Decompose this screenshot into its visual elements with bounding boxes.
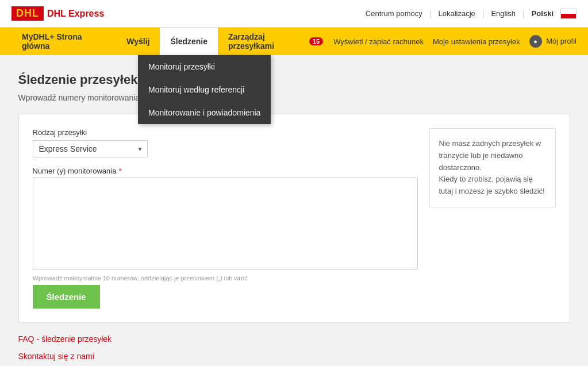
shipment-type-select-wrapper: Express Service DHL Parcel DHL eCommerce… bbox=[33, 140, 148, 157]
tracking-hint: Wprowadź maksymalnie 10 numerów, oddziel… bbox=[33, 275, 418, 282]
track-button[interactable]: Śledzenie bbox=[33, 285, 100, 309]
form-left: Rodzaj przesyłki Express Service DHL Par… bbox=[33, 128, 418, 309]
locations-link[interactable]: Lokalizacje bbox=[438, 9, 475, 18]
tracking-label: Numer (y) monitorowania * bbox=[33, 167, 418, 175]
main-content: Śledzenie przesyłek Wprowadź numery moni… bbox=[7, 72, 582, 366]
tracking-field: Numer (y) monitorowania * Wprowadź maksy… bbox=[33, 167, 418, 309]
nav-manage-badge: 15 bbox=[309, 37, 323, 45]
nav-items: MyDHL+ Strona główna Wyślij Śledzenie Za… bbox=[11, 28, 333, 55]
nav-item-send[interactable]: Wyślij bbox=[116, 28, 160, 55]
top-bar: DHL DHL Express Centrum pomocy | Lokaliz… bbox=[0, 0, 588, 28]
user-icon: ● bbox=[529, 35, 542, 48]
faq-link[interactable]: FAQ - śledzenie przesyłek bbox=[18, 334, 570, 344]
nav-manage-label: Zarządzaj przesyłkami bbox=[228, 32, 306, 51]
dhl-logo-icon: DHL bbox=[11, 6, 44, 21]
tracking-dropdown: Monitoruj przesyłki Monitoruj według ref… bbox=[138, 55, 271, 124]
dropdown-item-monitoring-notifications[interactable]: Monitorowanie i powiadomienia bbox=[138, 101, 271, 124]
footer-links: FAQ - śledzenie przesyłek Skontaktuj się… bbox=[18, 334, 570, 366]
billing-link[interactable]: Wyświetl / zapłać rachunek bbox=[333, 37, 424, 46]
tracking-textarea[interactable] bbox=[33, 178, 418, 269]
english-link[interactable]: English bbox=[491, 9, 516, 18]
nav-right: Wyświetl / zapłać rachunek Moje ustawien… bbox=[333, 35, 577, 48]
form-card: Rodzaj przesyłki Express Service DHL Par… bbox=[18, 114, 570, 323]
contact-link[interactable]: Skontaktuj się z nami bbox=[18, 352, 570, 361]
polish-flag-icon bbox=[560, 9, 577, 19]
dropdown-item-monitor-reference[interactable]: Monitoruj według referencji bbox=[138, 78, 271, 101]
profile-link[interactable]: ● Mój profil bbox=[529, 35, 577, 48]
logo: DHL DHL Express bbox=[11, 6, 104, 21]
tracking-row: Numer (y) monitorowania * Wprowadź maksy… bbox=[33, 167, 418, 309]
polish-link[interactable]: Polski bbox=[532, 9, 554, 18]
info-panel: Nie masz żadnych przesyłek w tranzycie l… bbox=[429, 128, 556, 207]
page-title: Śledzenie przesyłek bbox=[18, 72, 570, 87]
nav-item-tracking[interactable]: Śledzenie bbox=[160, 28, 218, 55]
help-link[interactable]: Centrum pomocy bbox=[366, 9, 422, 18]
dropdown-item-monitor-shipments[interactable]: Monitoruj przesyłki bbox=[138, 55, 271, 78]
shipment-type-select[interactable]: Express Service DHL Parcel DHL eCommerce bbox=[33, 140, 148, 157]
nav-item-mydhl[interactable]: MyDHL+ Strona główna bbox=[11, 28, 116, 55]
profile-label: Mój profil bbox=[546, 37, 577, 45]
nav-bar: MyDHL+ Strona główna Wyślij Śledzenie Za… bbox=[0, 28, 588, 55]
top-bar-right: Centrum pomocy | Lokalizacje | English |… bbox=[366, 9, 577, 19]
nav-item-manage[interactable]: Zarządzaj przesyłkami 15 bbox=[218, 28, 333, 55]
shipment-type-label: Rodzaj przesyłki bbox=[33, 128, 418, 137]
settings-link[interactable]: Moje ustawienia przesyłek bbox=[433, 37, 520, 46]
dhl-express-label: DHL Express bbox=[47, 9, 104, 19]
shipment-type-group: Rodzaj przesyłki Express Service DHL Par… bbox=[33, 128, 418, 157]
required-star: * bbox=[118, 167, 121, 175]
page-subtitle: Wprowadź numery monitorowania, aby szyb bbox=[18, 93, 570, 102]
info-text: Nie masz żadnych przesyłek w tranzycie l… bbox=[439, 138, 546, 198]
